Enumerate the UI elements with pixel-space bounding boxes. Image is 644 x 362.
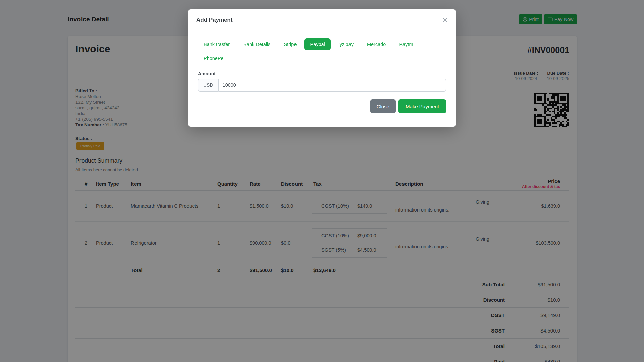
make-payment-button[interactable]: Make Payment — [398, 99, 446, 113]
tab-stripe[interactable]: Stripe — [278, 38, 303, 50]
amount-input[interactable] — [218, 79, 446, 92]
add-payment-modal: Add Payment ✕ Bank trasfer Bank Details … — [188, 9, 456, 127]
tab-bank-transfer[interactable]: Bank trasfer — [198, 38, 235, 50]
modal-header: Add Payment ✕ — [188, 9, 456, 31]
tab-mercado[interactable]: Mercado — [361, 38, 391, 50]
modal-body: Bank trasfer Bank Details Stripe Paypal … — [188, 31, 456, 92]
tab-bank-details[interactable]: Bank Details — [237, 38, 276, 50]
payment-method-tabs: Bank trasfer Bank Details Stripe Paypal … — [198, 38, 446, 64]
tab-paypal[interactable]: Paypal — [304, 38, 330, 50]
modal-title: Add Payment — [196, 17, 233, 23]
close-button[interactable]: Close — [370, 99, 396, 113]
modal-footer: Close Make Payment — [188, 95, 456, 127]
close-icon[interactable]: ✕ — [442, 17, 448, 23]
currency-addon: USD — [198, 79, 218, 92]
amount-label: Amount — [198, 71, 446, 76]
tab-phonepe[interactable]: PhonePe — [198, 52, 229, 64]
amount-input-group: USD — [198, 79, 446, 92]
tab-iyzipay[interactable]: Iyzipay — [333, 38, 359, 50]
tab-paytm[interactable]: Paytm — [393, 38, 419, 50]
